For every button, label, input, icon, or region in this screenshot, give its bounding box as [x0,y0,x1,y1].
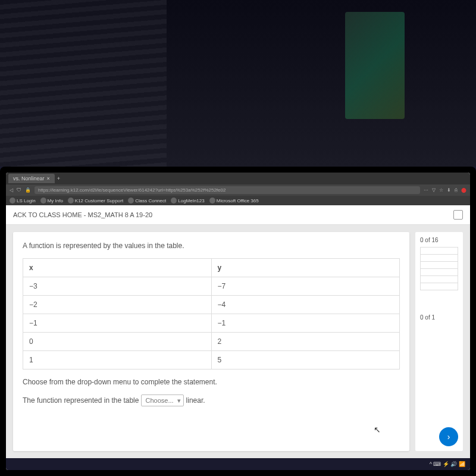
function-table: x y −3−7 −2−4 −1−1 02 15 [23,258,400,369]
bookmark-my-info[interactable]: My Info [40,198,63,203]
more-icon[interactable]: ⋯ [424,187,428,193]
table-row: −3−7 [23,277,400,296]
wall-poster [345,12,405,119]
monitor: vs. Nonlinear × + ◁ 🛡 🔒 ⋯ ▽ ☆ ⬇ ⎙ ⬤ LS L… [0,167,476,476]
table-row: −2−4 [23,296,400,314]
bookmark-logmein[interactable]: LogMeIn123 [171,198,204,203]
close-icon[interactable]: × [47,176,50,181]
download-icon[interactable]: ⬇ [447,187,451,193]
pocket-icon[interactable]: ▽ [432,187,436,193]
cursor-icon: ↖ [374,425,381,434]
windows-taskbar[interactable]: ^ ⌨ ⚡ 🔊 📶 [6,458,470,470]
answer-dropdown[interactable]: Choose... [141,394,183,406]
statement-row: The function represented in the table Ch… [23,394,400,406]
window-blinds [0,0,167,167]
screen: vs. Nonlinear × + ◁ 🛡 🔒 ⋯ ▽ ☆ ⬇ ⎙ ⬤ LS L… [6,173,470,470]
table-row: 02 [23,333,400,351]
browser-tab[interactable]: vs. Nonlinear × [8,174,55,183]
shield-icon[interactable]: 🛡 [17,187,21,193]
table-row: 15 [23,351,400,369]
browser-tabs: vs. Nonlinear × + [6,173,470,184]
page-header: ACK TO CLASS HOME - MS2_MATH 8 A 19-20 [6,205,470,225]
new-tab-button[interactable]: + [57,176,60,181]
main-panel: A function is represented by the values … [13,232,409,451]
bookmark-class-connect[interactable]: Class Connect [128,198,166,203]
lock-icon: 🔒 [25,187,31,193]
record-icon[interactable]: ⬤ [461,187,466,193]
progress-bottom: 0 of 1 [420,314,458,321]
back-icon[interactable]: ◁ [10,187,13,193]
table-header-y: y [211,259,400,277]
progress-top: 0 of 16 [420,237,458,243]
bookmark-office365[interactable]: Microsoft Office 365 [209,198,259,203]
table-header-x: x [23,259,212,277]
bookmark-ls-login[interactable]: LS Login [10,198,36,203]
question-prompt: A function is represented by the values … [23,242,400,250]
room-background [0,0,476,167]
star-icon[interactable]: ☆ [439,187,443,193]
side-mini-table [420,247,458,290]
breadcrumb[interactable]: ACK TO CLASS HOME - MS2_MATH 8 A 19-20 [13,211,152,218]
tab-title: vs. Nonlinear [13,176,45,181]
bookmark-k12-support[interactable]: K12 Customer Support [68,198,123,203]
next-button[interactable]: › [439,427,458,446]
statement-after: linear. [186,396,205,405]
instruction-text: Choose from the drop-down menu to comple… [23,378,400,386]
chevron-right-icon: › [447,432,450,441]
library-icon[interactable]: ⎙ [455,187,458,193]
content-area: A function is represented by the values … [6,225,470,458]
system-tray[interactable]: ^ ⌨ ⚡ 🔊 📶 [430,461,465,467]
url-bar: ◁ 🛡 🔒 ⋯ ▽ ☆ ⬇ ⎙ ⬤ [6,184,470,196]
url-input[interactable] [35,186,420,194]
side-panel: 0 of 16 0 of 1 › [415,232,463,451]
table-row: −1−1 [23,314,400,333]
statement-before: The function represented in the table [23,396,139,405]
bookmarks-bar: LS Login My Info K12 Customer Support Cl… [6,196,470,205]
layout-toggle-icon[interactable] [453,210,463,220]
